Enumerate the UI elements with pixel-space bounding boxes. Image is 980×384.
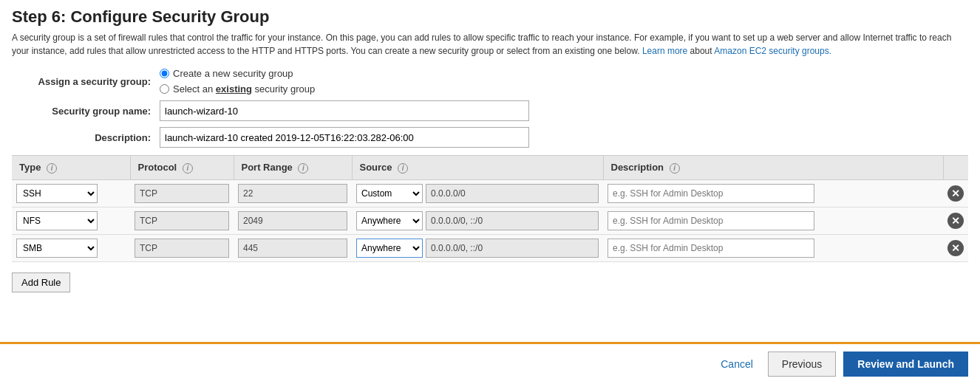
protocol-input-row-1 [135, 211, 229, 230]
protocol-input-row-0 [135, 184, 229, 203]
page-description: A security group is a set of firewall ru… [12, 31, 958, 58]
description-info-icon[interactable]: i [670, 163, 680, 174]
security-group-name-input[interactable] [160, 100, 529, 121]
col-header-type: Type i [12, 156, 130, 180]
col-header-protocol: Protocol i [130, 156, 234, 180]
description-input-row-0[interactable] [608, 184, 814, 203]
security-group-radio-group: Create a new security group Select an ex… [160, 68, 315, 95]
col-header-source: Source i [352, 156, 603, 180]
type-info-icon[interactable]: i [47, 163, 57, 174]
rules-table: Type i Protocol i Port Range i Source i … [12, 155, 968, 262]
previous-button[interactable]: Previous [768, 352, 836, 377]
create-new-radio-option[interactable]: Create a new security group [160, 68, 315, 79]
source-select-row-0[interactable]: CustomAnywhereMy IP [356, 184, 423, 203]
bottom-bar: Cancel Previous Review and Launch [0, 342, 980, 384]
delete-rule-button-row-2[interactable]: ✕ [947, 240, 964, 256]
source-cell-row-1: CustomAnywhereMy IP [356, 211, 599, 230]
description-input[interactable] [160, 127, 529, 148]
page-title: Step 6: Configure Security Group [12, 7, 968, 27]
description-label: Description: [12, 132, 160, 143]
source-info-icon[interactable]: i [398, 163, 408, 174]
review-launch-button[interactable]: Review and Launch [843, 352, 968, 377]
table-row: SSHNFSSMBHTTPHTTPSCustom TCPCustomAnywhe… [12, 234, 968, 261]
source-select-row-2[interactable]: CustomAnywhereMy IP [356, 239, 423, 258]
col-header-description: Description i [603, 156, 943, 180]
port-range-input-row-2 [238, 239, 347, 258]
source-cell-row-0: CustomAnywhereMy IP [356, 184, 599, 203]
security-group-name-label: Security group name: [12, 106, 160, 117]
description-input-row-1[interactable] [608, 211, 814, 230]
create-new-label: Create a new security group [173, 68, 293, 79]
select-existing-label: Select an existing security group [173, 83, 315, 95]
col-header-port-range: Port Range i [234, 156, 352, 180]
learn-more-link[interactable]: Learn more [642, 46, 687, 56]
type-select-row-2[interactable]: SSHNFSSMBHTTPHTTPSCustom TCP [16, 239, 98, 258]
source-value-input-row-2 [426, 239, 599, 258]
select-existing-radio-option[interactable]: Select an existing security group [160, 83, 315, 95]
protocol-info-icon[interactable]: i [183, 163, 193, 174]
description-input-row-2[interactable] [608, 239, 814, 258]
port-range-input-row-1 [238, 211, 347, 230]
assign-label: Assign a security group: [12, 76, 160, 87]
source-value-input-row-1 [426, 211, 599, 230]
create-new-radio[interactable] [160, 69, 169, 78]
protocol-input-row-2 [135, 239, 229, 258]
ec2-link[interactable]: Amazon EC2 security groups. [714, 46, 831, 56]
select-existing-radio[interactable] [160, 84, 169, 94]
type-select-row-1[interactable]: SSHNFSSMBHTTPHTTPSCustom TCP [16, 211, 98, 230]
table-row: SSHNFSSMBHTTPHTTPSCustom TCPCustomAnywhe… [12, 207, 968, 234]
delete-rule-button-row-0[interactable]: ✕ [947, 185, 964, 202]
table-row: SSHNFSSMBHTTPHTTPSCustom TCPCustomAnywhe… [12, 179, 968, 207]
col-header-action [943, 156, 968, 180]
port-range-input-row-0 [238, 184, 347, 203]
source-cell-row-2: CustomAnywhereMy IP [356, 239, 599, 258]
delete-rule-button-row-1[interactable]: ✕ [947, 213, 964, 229]
add-rule-button[interactable]: Add Rule [12, 272, 70, 292]
source-select-row-1[interactable]: CustomAnywhereMy IP [356, 211, 423, 230]
port-range-info-icon[interactable]: i [298, 163, 308, 174]
type-select-row-0[interactable]: SSHNFSSMBHTTPHTTPSCustom TCP [16, 184, 98, 203]
source-value-input-row-0 [426, 184, 599, 203]
cancel-button[interactable]: Cancel [713, 354, 760, 374]
